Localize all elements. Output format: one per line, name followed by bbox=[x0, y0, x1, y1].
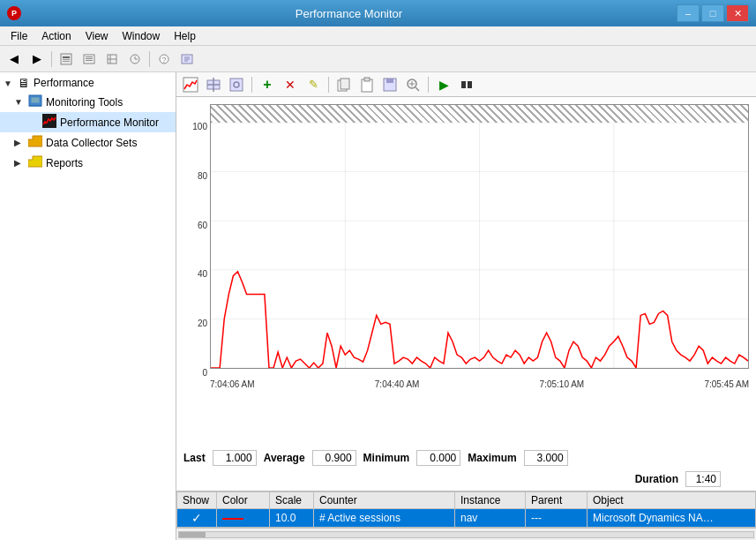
minimize-button[interactable]: – bbox=[677, 4, 700, 22]
y-label-80: 80 bbox=[183, 171, 210, 181]
menu-help[interactable]: Help bbox=[167, 28, 203, 44]
y-label-0: 0 bbox=[183, 368, 210, 378]
col-object: Object bbox=[588, 492, 756, 509]
svg-rect-37 bbox=[386, 79, 393, 83]
check-icon: ✓ bbox=[191, 511, 202, 525]
paste-button[interactable] bbox=[356, 75, 378, 94]
freeze-button[interactable] bbox=[203, 75, 224, 94]
menu-window[interactable]: Window bbox=[116, 28, 168, 44]
duration-value: 1:40 bbox=[685, 471, 721, 487]
svg-rect-42 bbox=[461, 81, 466, 88]
cell-counter: # Active sessions bbox=[314, 509, 455, 528]
graph-hatch bbox=[211, 105, 748, 123]
title-bar: P Performance Monitor – □ ✕ bbox=[0, 0, 756, 26]
cell-scale: 10.0 bbox=[270, 509, 314, 528]
show-hide-button[interactable] bbox=[79, 49, 100, 69]
svg-line-39 bbox=[415, 87, 419, 91]
sidebar-item-reports[interactable]: ▶ Reports bbox=[0, 153, 176, 173]
cell-parent: --- bbox=[526, 509, 588, 528]
sidebar-item-performance[interactable]: ▼ 🖥 Performance bbox=[0, 74, 176, 92]
forward-button[interactable]: ▶ bbox=[26, 49, 48, 69]
menu-view[interactable]: View bbox=[79, 28, 116, 44]
svg-rect-7 bbox=[86, 60, 93, 61]
svg-text:?: ? bbox=[161, 56, 166, 64]
y-label-100: 100 bbox=[183, 122, 210, 131]
color-swatch bbox=[222, 518, 243, 520]
toolbar-btn3[interactable] bbox=[101, 49, 123, 69]
sidebar-item-monitoring-tools[interactable]: ▼ Monitoring Tools bbox=[0, 92, 176, 112]
title-bar-buttons: – □ ✕ bbox=[677, 4, 749, 22]
svg-marker-25 bbox=[28, 156, 42, 167]
toolbar: ◀ ▶ ? bbox=[0, 46, 756, 72]
menu-file[interactable]: File bbox=[4, 28, 34, 44]
toggle-data-collector[interactable]: ▶ bbox=[14, 138, 28, 147]
menu-action[interactable]: Action bbox=[34, 28, 78, 44]
performance-monitor-label: Performance Monitor bbox=[60, 116, 159, 129]
data-collector-icon bbox=[28, 134, 42, 151]
back-button[interactable]: ◀ bbox=[4, 49, 25, 69]
highlight-button[interactable]: ✎ bbox=[303, 75, 324, 94]
toolbar-btn6[interactable] bbox=[176, 49, 198, 69]
duration-row: Duration 1:40 bbox=[176, 469, 756, 491]
minimum-value: 0.000 bbox=[416, 450, 460, 466]
minimum-label: Minimum bbox=[363, 452, 410, 464]
svg-rect-43 bbox=[468, 81, 472, 88]
reports-icon bbox=[28, 154, 42, 171]
graph-wrapper: 100 80 60 40 20 0 bbox=[183, 104, 749, 378]
toggle-reports[interactable]: ▶ bbox=[14, 158, 28, 168]
col-color: Color bbox=[217, 492, 270, 509]
y-axis: 100 80 60 40 20 0 bbox=[183, 104, 210, 378]
monitoring-tools-label: Monitoring Tools bbox=[46, 96, 123, 109]
x-label-3: 7:05:10 AM bbox=[540, 379, 585, 389]
svg-rect-1 bbox=[63, 56, 70, 58]
maximum-value: 3.000 bbox=[524, 450, 568, 466]
close-button[interactable]: ✕ bbox=[726, 4, 749, 22]
toggle-monitoring-tools[interactable]: ▼ bbox=[14, 97, 28, 107]
cell-color bbox=[217, 509, 270, 528]
view-graph-button[interactable] bbox=[180, 75, 201, 94]
graph-svg bbox=[211, 123, 748, 368]
sidebar-item-data-collector-sets[interactable]: ▶ Data Collector Sets bbox=[0, 132, 176, 153]
x-axis: 7:04:06 AM 7:04:40 AM 7:05:10 AM 7:05:45… bbox=[183, 378, 749, 389]
main-container: ▼ 🖥 Performance ▼ Monitoring Tools Perfo… bbox=[0, 72, 756, 540]
scrollbar-track bbox=[178, 531, 754, 538]
last-value: 1.000 bbox=[213, 450, 257, 466]
table-header-row: Show Color Scale Counter Instance Parent… bbox=[177, 492, 756, 509]
add-counter-button[interactable]: + bbox=[257, 75, 278, 94]
svg-rect-30 bbox=[230, 79, 243, 91]
svg-rect-33 bbox=[341, 79, 349, 89]
window-title: Performance Monitor bbox=[21, 7, 677, 20]
stats-row: Last 1.000 Average 0.900 Minimum 0.000 M… bbox=[176, 446, 756, 469]
col-scale: Scale bbox=[270, 492, 314, 509]
up-button[interactable] bbox=[56, 49, 77, 69]
zoom-button[interactable] bbox=[402, 75, 423, 94]
properties-button[interactable] bbox=[226, 75, 247, 94]
cell-instance: nav bbox=[455, 509, 526, 528]
copy-image-button[interactable] bbox=[333, 75, 355, 94]
maximize-button[interactable]: □ bbox=[701, 4, 724, 22]
scrollbar-thumb bbox=[179, 532, 206, 537]
sidebar-item-performance-monitor[interactable]: Performance Monitor bbox=[0, 112, 176, 132]
y-label-20: 20 bbox=[183, 319, 210, 328]
monitoring-tools-icon bbox=[28, 94, 42, 110]
x-label-1: 7:04:06 AM bbox=[210, 379, 255, 389]
inner-toolbar: + ✕ ✎ ▶ bbox=[176, 72, 756, 97]
table-scrollbar[interactable] bbox=[176, 528, 756, 540]
table-scroll-wrapper[interactable]: Show Color Scale Counter Instance Parent… bbox=[176, 491, 756, 540]
performance-icon: 🖥 bbox=[18, 76, 30, 90]
save-button[interactable] bbox=[379, 75, 400, 94]
toolbar-btn4[interactable] bbox=[124, 49, 146, 69]
toggle-performance[interactable]: ▼ bbox=[4, 79, 18, 88]
graph-area: 100 80 60 40 20 0 bbox=[176, 97, 756, 446]
performance-label: Performance bbox=[34, 77, 94, 89]
delete-counter-button[interactable]: ✕ bbox=[280, 75, 301, 94]
y-label-60: 60 bbox=[183, 221, 210, 230]
table-row[interactable]: ✓ 10.0 # Active sessions nav --- Microso… bbox=[177, 509, 756, 528]
sidebar: ▼ 🖥 Performance ▼ Monitoring Tools Perfo… bbox=[0, 72, 176, 540]
svg-rect-3 bbox=[63, 61, 70, 62]
data-collector-label: Data Collector Sets bbox=[46, 137, 137, 149]
maximum-label: Maximum bbox=[468, 452, 516, 464]
help-toolbar-button[interactable]: ? bbox=[153, 49, 175, 69]
stop-button[interactable] bbox=[456, 75, 477, 94]
start-button[interactable]: ▶ bbox=[433, 75, 454, 94]
